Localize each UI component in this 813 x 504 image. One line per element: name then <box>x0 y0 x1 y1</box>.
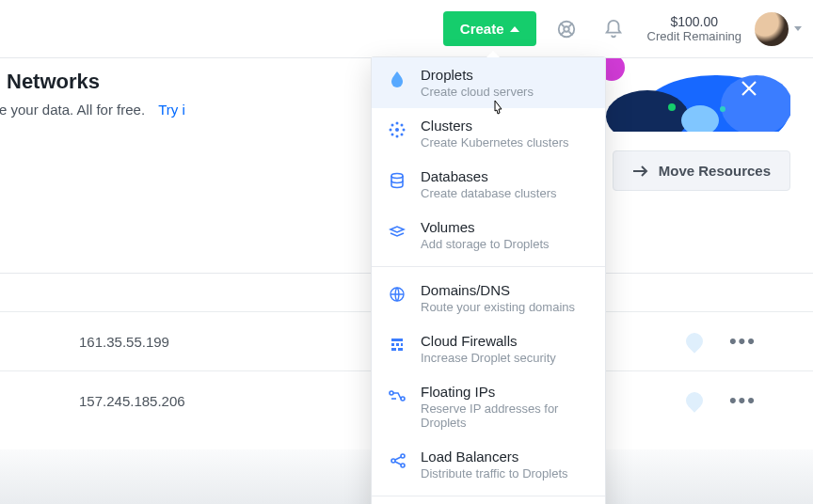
ip-address: 157.245.185.206 <box>79 393 185 409</box>
move-resources-button[interactable]: Move Resources <box>613 150 790 191</box>
svg-point-37 <box>401 464 405 467</box>
svg-point-18 <box>396 135 399 138</box>
create-option-subtitle: Reserve IP addresses for Droplets <box>421 402 592 430</box>
svg-line-3 <box>568 23 572 26</box>
dropdown-separator <box>372 496 605 496</box>
svg-point-17 <box>396 122 399 125</box>
ip-address: 161.35.55.199 <box>79 334 169 350</box>
try-link[interactable]: Try i <box>158 102 185 118</box>
create-option-subtitle: Route your existing domains <box>421 300 575 314</box>
svg-point-22 <box>401 124 404 127</box>
create-option-subtitle: Increase Droplet security <box>421 351 556 365</box>
help-icon[interactable] <box>550 12 583 46</box>
create-option-title: Floating IPs <box>421 384 592 400</box>
svg-point-34 <box>401 397 405 401</box>
create-option-title: Clusters <box>421 118 569 134</box>
create-button[interactable]: Create <box>443 11 536 46</box>
svg-rect-32 <box>398 348 403 351</box>
svg-point-24 <box>401 134 404 136</box>
svg-rect-27 <box>391 339 403 341</box>
create-option-title: Load Balancers <box>421 449 568 465</box>
avatar <box>755 12 789 46</box>
create-option-clusters[interactable]: ClustersCreate Kubernetes clusters <box>372 108 605 159</box>
svg-line-4 <box>560 31 564 35</box>
databases-icon <box>387 170 407 191</box>
svg-rect-28 <box>391 343 394 346</box>
create-option-subtitle: Create Kubernetes clusters <box>421 135 569 150</box>
shortcut-hint: +B) <box>0 21 443 37</box>
more-actions-icon[interactable]: ••• <box>729 388 757 413</box>
credit-label: Credit Remaining <box>647 29 741 43</box>
credit-balance: $100.00 Credit Remaining <box>647 14 741 43</box>
svg-line-2 <box>560 23 564 26</box>
cloud-firewalls-icon <box>387 335 407 355</box>
dropdown-separator <box>372 266 605 267</box>
create-option-subtitle: Create database clusters <box>421 186 557 200</box>
svg-point-21 <box>391 124 394 127</box>
create-button-label: Create <box>460 21 504 37</box>
svg-point-19 <box>390 129 392 132</box>
svg-line-5 <box>568 31 572 35</box>
droplets-icon <box>387 69 407 89</box>
hero-illustration <box>602 58 790 132</box>
volumes-icon <box>387 221 407 242</box>
svg-rect-30 <box>401 343 403 346</box>
droplet-icon <box>682 388 706 412</box>
create-option-load-balancers[interactable]: Load BalancersDistribute traffic to Drop… <box>372 439 605 490</box>
clusters-icon <box>387 119 407 140</box>
create-option-cloud-firewalls[interactable]: Cloud FirewallsIncrease Droplet security <box>372 323 605 374</box>
move-resources-label: Move Resources <box>659 163 771 179</box>
floating-ips-icon <box>387 386 407 406</box>
create-option-databases[interactable]: DatabasesCreate database clusters <box>372 159 605 210</box>
create-option-title: Databases <box>421 168 557 184</box>
create-option-subtitle: Create cloud servers <box>421 85 534 99</box>
load-balancers-icon <box>387 450 407 471</box>
chevron-up-icon <box>510 26 519 32</box>
svg-point-12 <box>720 106 725 112</box>
create-option-floating-ips[interactable]: Floating IPsReserve IP addresses for Dro… <box>372 374 605 439</box>
chevron-down-icon <box>794 26 802 31</box>
close-icon[interactable] <box>740 79 758 98</box>
notifications-icon[interactable] <box>597 12 630 46</box>
create-option-subtitle: Add storage to Droplets <box>421 237 550 251</box>
svg-point-25 <box>391 174 403 179</box>
svg-rect-31 <box>391 348 396 351</box>
svg-point-11 <box>668 103 676 111</box>
svg-point-16 <box>395 128 399 132</box>
svg-rect-29 <box>396 343 399 346</box>
svg-point-1 <box>564 26 569 32</box>
create-option-title: Droplets <box>421 67 534 83</box>
svg-point-33 <box>390 391 393 395</box>
create-option-title: Volumes <box>421 219 550 235</box>
more-actions-icon[interactable]: ••• <box>729 329 757 354</box>
create-option-volumes[interactable]: VolumesAdd storage to Droplets <box>372 210 605 260</box>
droplet-icon <box>682 329 706 353</box>
svg-point-23 <box>391 134 394 136</box>
create-option-droplets[interactable]: DropletsCreate cloud servers <box>372 57 605 108</box>
user-menu[interactable] <box>755 12 802 46</box>
create-option-title: Cloud Firewalls <box>421 333 556 349</box>
create-option-title: Domains/DNS <box>421 282 575 298</box>
svg-point-36 <box>401 454 405 458</box>
create-option-subtitle: Distribute traffic to Droplets <box>421 466 568 480</box>
arrow-right-icon <box>632 165 649 178</box>
domains-dns-icon <box>387 284 407 305</box>
credit-amount: $100.00 <box>647 14 741 29</box>
create-dropdown: DropletsCreate cloud serversClustersCrea… <box>371 56 606 504</box>
svg-point-20 <box>403 129 406 132</box>
create-option-domains-dns[interactable]: Domains/DNSRoute your existing domains <box>372 273 605 323</box>
svg-point-35 <box>391 459 395 463</box>
